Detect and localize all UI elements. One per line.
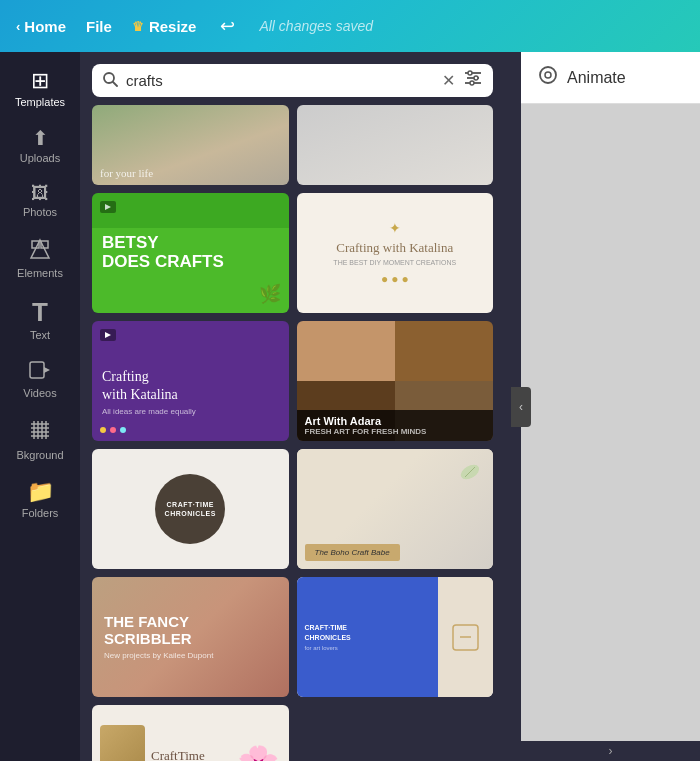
- adara-overlay: Art With Adara FRESH ART FOR FRESH MINDS: [297, 410, 494, 441]
- chronicles-light-title: CRAFT·TIME CHRONICLES: [165, 500, 216, 518]
- sidebar-label-templates: Templates: [15, 96, 65, 108]
- boho-tag: The Boho Craft Babe: [305, 544, 400, 561]
- elements-icon: [29, 238, 51, 263]
- sidebar-label-photos: Photos: [23, 206, 57, 218]
- topbar: ‹ Home File ♛ Resize ↩ All changes saved: [0, 0, 700, 52]
- sidebar: ⊞ Templates ⬆ Uploads 🖼 Photos Elements …: [0, 52, 80, 761]
- template-card-chronicles-light[interactable]: CRAFT·TIME CHRONICLES: [92, 449, 289, 569]
- svg-marker-22: [105, 332, 111, 338]
- sidebar-label-videos: Videos: [23, 387, 56, 399]
- purple-dots: [100, 427, 126, 433]
- svg-point-20: [470, 81, 474, 85]
- script-left-img: [100, 725, 145, 761]
- boho-leaf: [455, 457, 485, 491]
- search-filter-button[interactable]: [463, 70, 483, 91]
- svg-point-18: [474, 76, 478, 80]
- file-menu[interactable]: File: [86, 18, 112, 35]
- script-title: CraftTimeChronicles: [151, 748, 230, 761]
- animate-label[interactable]: Animate: [567, 69, 626, 87]
- text-icon: T: [32, 299, 48, 325]
- home-label: Home: [24, 18, 66, 35]
- boho-tag-wrap: The Boho Craft Babe: [305, 544, 400, 561]
- undo-button[interactable]: ↩: [220, 15, 235, 37]
- sidebar-item-uploads[interactable]: ⬆ Uploads: [0, 118, 80, 174]
- svg-line-14: [113, 82, 117, 86]
- search-input[interactable]: [126, 72, 434, 89]
- adara-img-1: [297, 321, 395, 381]
- saved-status: All changes saved: [259, 18, 373, 34]
- search-bar: ✕: [92, 64, 493, 97]
- search-icon: [102, 71, 118, 91]
- svg-marker-4: [44, 367, 50, 373]
- main-area: ⊞ Templates ⬆ Uploads 🖼 Photos Elements …: [0, 52, 700, 761]
- template-card-katalina-beige[interactable]: ✦ Crafting with Katalina THE BEST DIY MO…: [297, 193, 494, 313]
- chronicles-blue-title: CRAFT·TIMECHRONICLES: [305, 623, 431, 643]
- chronicles-blue-right: [438, 577, 493, 697]
- template-card-scribbler[interactable]: THE FANCYSCRIBBLER New projects by Kaile…: [92, 577, 289, 697]
- chronicles-blue-sub: for art lovers: [305, 645, 431, 651]
- chronicles-blue-left: CRAFT·TIMECHRONICLES for art lovers: [297, 577, 439, 697]
- decoration-dots: ● ● ●: [381, 272, 409, 286]
- video-badge-purple: [100, 329, 116, 341]
- videos-icon: [29, 361, 51, 383]
- template-card-script[interactable]: CraftTimeChronicles 🌸: [92, 705, 289, 761]
- scribbler-sub: New projects by Kailee Dupont: [104, 651, 277, 660]
- template-card-adara[interactable]: Art With Adara FRESH ART FOR FRESH MINDS: [297, 321, 494, 441]
- scroll-down-icon: ›: [609, 744, 613, 758]
- photos-icon: 🖼: [31, 184, 49, 202]
- sidebar-item-templates[interactable]: ⊞ Templates: [0, 60, 80, 118]
- adara-sub: FRESH ART FOR FRESH MINDS: [305, 427, 486, 436]
- svg-point-27: [540, 67, 556, 83]
- sidebar-item-background[interactable]: Bkground: [0, 409, 80, 471]
- sidebar-item-folders[interactable]: 📁 Folders: [0, 471, 80, 529]
- template-card-chronicles-blue[interactable]: CRAFT·TIMECHRONICLES for art lovers: [297, 577, 494, 697]
- search-clear-button[interactable]: ✕: [442, 71, 455, 90]
- template-card-purple[interactable]: Crafting with Katalina All ideas are mad…: [92, 321, 289, 441]
- script-text-area: CraftTimeChronicles: [151, 748, 230, 761]
- adara-img-2: [395, 321, 493, 381]
- folders-icon: 📁: [27, 481, 54, 503]
- template-card-top-1[interactable]: for your life: [92, 105, 289, 185]
- sidebar-label-text: Text: [30, 329, 50, 341]
- sidebar-label-folders: Folders: [22, 507, 59, 519]
- template-card-boho[interactable]: The Boho Craft Babe: [297, 449, 494, 569]
- sidebar-item-elements[interactable]: Elements: [0, 228, 80, 289]
- flower-icon: 🌸: [236, 744, 281, 761]
- sidebar-label-uploads: Uploads: [20, 152, 60, 164]
- background-icon: [29, 419, 51, 445]
- adara-title: Art With Adara: [305, 415, 486, 427]
- purple-sub: All ideas are made equally: [102, 407, 196, 416]
- animate-bar: Animate: [521, 52, 700, 104]
- chronicles-circle: CRAFT·TIME CHRONICLES: [155, 474, 225, 544]
- betsy-title: BETSY DOES CRAFTS: [102, 234, 224, 271]
- katalina-beige-title: Crafting with Katalina: [336, 240, 453, 256]
- animate-icon: [537, 64, 559, 91]
- canvas-area: Animate ›: [521, 52, 700, 761]
- resize-button[interactable]: ♛ Resize: [132, 18, 197, 35]
- svg-point-28: [545, 72, 551, 78]
- canvas-background: [521, 104, 700, 741]
- home-button[interactable]: ‹ Home: [16, 18, 66, 35]
- scribbler-title: THE FANCYSCRIBBLER: [104, 614, 277, 647]
- sidebar-label-elements: Elements: [17, 267, 63, 279]
- chevron-left-icon: ‹: [16, 19, 20, 34]
- templates-icon: ⊞: [31, 70, 49, 92]
- scroll-bottom[interactable]: ›: [521, 741, 700, 761]
- uploads-icon: ⬆: [32, 128, 49, 148]
- templates-panel: ✕ for your life BETSY DOES: [80, 52, 505, 761]
- svg-rect-3: [30, 362, 44, 378]
- panel-edge: ‹: [505, 52, 521, 761]
- resize-label: Resize: [149, 18, 197, 35]
- sidebar-item-text[interactable]: T Text: [0, 289, 80, 351]
- sidebar-label-background: Bkground: [16, 449, 63, 461]
- svg-point-17: [468, 71, 472, 75]
- collapse-panel-button[interactable]: ‹: [511, 387, 531, 427]
- template-card-top-2[interactable]: [297, 105, 494, 185]
- sidebar-item-photos[interactable]: 🖼 Photos: [0, 174, 80, 228]
- sidebar-item-videos[interactable]: Videos: [0, 351, 80, 409]
- crown-icon: ♛: [132, 19, 144, 34]
- template-card-betsy[interactable]: BETSY DOES CRAFTS 🌿: [92, 193, 289, 313]
- purple-title: Crafting with Katalina: [102, 367, 178, 403]
- katalina-beige-sub: THE BEST DIY MOMENT CREATIONS: [333, 259, 456, 266]
- svg-marker-0: [31, 240, 49, 258]
